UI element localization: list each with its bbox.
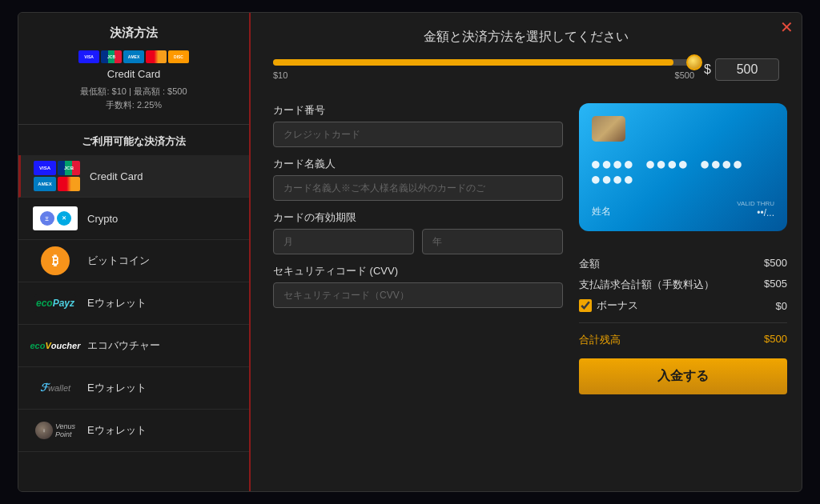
form-section: カード番号 カード名義人 カードの有効期限 (273, 103, 563, 394)
amount-input[interactable] (715, 58, 779, 81)
card-name-group: カード名義人 (273, 157, 563, 201)
sidebar-item-ecopayz[interactable]: ecoPayz Eウォレット (18, 282, 249, 325)
submit-button[interactable]: 入金する (579, 358, 787, 394)
main-title: 金額と決済方法を選択してください (273, 29, 779, 46)
total-label: 支払請求合計額（手数料込） (579, 278, 714, 292)
slider-thumb[interactable] (686, 54, 702, 70)
credit-card-icon: VISA JCB AMEX (34, 162, 82, 190)
sidebar-item-credit-card[interactable]: VISA JCB AMEX Credit Card (18, 155, 249, 198)
jcb-logo: JCB (101, 50, 122, 63)
discover-logo: DISC (168, 50, 189, 63)
ecovoucher-icon: ecoVoucher (31, 331, 79, 360)
sidebar-header: 決済方法 (18, 26, 249, 41)
sidebar: 決済方法 VISA JCB AMEX DISC Credit Card 最低額:… (18, 13, 251, 491)
venuspoint-icon: ♀ VenusPoint (31, 416, 79, 445)
amount-value: $500 (764, 257, 787, 271)
visa-logo: VISA (78, 50, 99, 63)
expiry-month-input[interactable] (273, 229, 414, 254)
ecopayz-label: Eウォレット (87, 296, 147, 310)
cvv-input[interactable] (273, 282, 563, 308)
slider-fill (273, 59, 673, 66)
sidebar-item-ecovoucher[interactable]: ecoVoucher エコバウチャー (18, 325, 249, 367)
modal: ✕ 決済方法 VISA JCB AMEX DISC Credit Card 最低… (18, 12, 802, 492)
ecopayz-icon: ecoPayz (31, 289, 79, 318)
card-expiry-label: VALID THRU (737, 200, 774, 207)
expiry-label: カードの有効期限 (273, 210, 563, 225)
balance-value: $500 (764, 333, 787, 347)
bitcoin-label: ビットコイン (87, 254, 150, 268)
bonus-row: ボーナス $0 (579, 295, 787, 316)
balance-label: 合計残高 (579, 333, 621, 347)
close-button[interactable]: ✕ (780, 19, 794, 35)
slider-container: $10 $500 $ (273, 58, 779, 81)
card-number-group: カード番号 (273, 103, 563, 147)
card-name-label: カード名義人 (273, 157, 563, 171)
selected-card-logos: VISA JCB AMEX DISC (78, 50, 189, 63)
mc-logo (146, 50, 167, 63)
slider-labels: $10 $500 (273, 70, 694, 80)
card-visual: ●●●● ●●●● ●●●● ●●●● 姓名 VALID THRU ••/... (579, 103, 787, 231)
form-card-row: カード番号 カード名義人 カードの有効期限 (273, 103, 779, 394)
cvv-group: セキュリティコード (CVV) (273, 264, 563, 308)
bitcoin-icon: ₿ (31, 246, 79, 275)
amount-label: 金額 (579, 257, 600, 271)
selected-method: VISA JCB AMEX DISC Credit Card 最低額: $10 … (18, 50, 249, 125)
modal-overlay: ✕ 決済方法 VISA JCB AMEX DISC Credit Card 最低… (0, 0, 820, 504)
credit-card-label: Credit Card (90, 170, 143, 182)
card-number-label: カード番号 (273, 103, 563, 118)
slider-track (273, 59, 694, 66)
sidebar-item-venuspoint[interactable]: ♀ VenusPoint Eウォレット (18, 410, 249, 452)
card-name-display: 姓名 (592, 205, 611, 218)
sidebar-item-ewallet[interactable]: ℱ wallet Eウォレット (18, 367, 249, 410)
card-name-input[interactable] (273, 175, 563, 201)
available-methods-header: ご利用可能な決済方法 (18, 125, 249, 155)
cvv-label: セキュリティコード (CVV) (273, 264, 563, 278)
currency-symbol: $ (704, 62, 711, 77)
crypto-icon: Ξ ✕ (31, 204, 79, 233)
total-row: 支払請求合計額（手数料込） $505 (579, 274, 787, 295)
crypto-label: Crypto (87, 213, 118, 225)
venuspoint-label: Eウォレット (87, 423, 147, 438)
balance-row: 合計残高 $500 (579, 330, 787, 350)
amount-row: 金額 $500 (579, 254, 787, 274)
card-bottom: 姓名 VALID THRU ••/... (592, 200, 774, 218)
expiry-year-input[interactable] (422, 229, 563, 254)
bonus-checkbox[interactable] (579, 299, 592, 312)
summary-section: 金額 $500 支払請求合計額（手数料込） $505 ボーナス $0 (579, 254, 787, 394)
sidebar-item-bitcoin[interactable]: ₿ ビットコイン (18, 240, 249, 282)
card-number-display: ●●●● ●●●● ●●●● ●●●● (592, 156, 774, 186)
total-value: $505 (764, 278, 787, 292)
amex-logo: AMEX (123, 50, 144, 63)
main-content: 金額と決済方法を選択してください $10 $500 (251, 13, 802, 491)
expiry-group: カードの有効期限 (273, 210, 563, 254)
sidebar-item-crypto[interactable]: Ξ ✕ Crypto (18, 198, 249, 240)
divider (579, 322, 787, 323)
card-number-input[interactable] (273, 122, 563, 147)
ewallet-label: Eウォレット (87, 381, 147, 395)
card-chip-icon (592, 116, 625, 142)
card-expiry-value: ••/... (737, 207, 774, 218)
selected-method-name: Credit Card (107, 68, 160, 80)
selected-method-info: 最低額: $10 | 最高額 : $500 手数料: 2.25% (80, 85, 187, 111)
ecovoucher-label: エコバウチャー (87, 338, 160, 353)
bonus-value: $0 (776, 300, 787, 312)
bonus-label: ボーナス (597, 298, 638, 313)
expiry-row (273, 229, 563, 254)
ewallet-icon: ℱ wallet (31, 374, 79, 402)
